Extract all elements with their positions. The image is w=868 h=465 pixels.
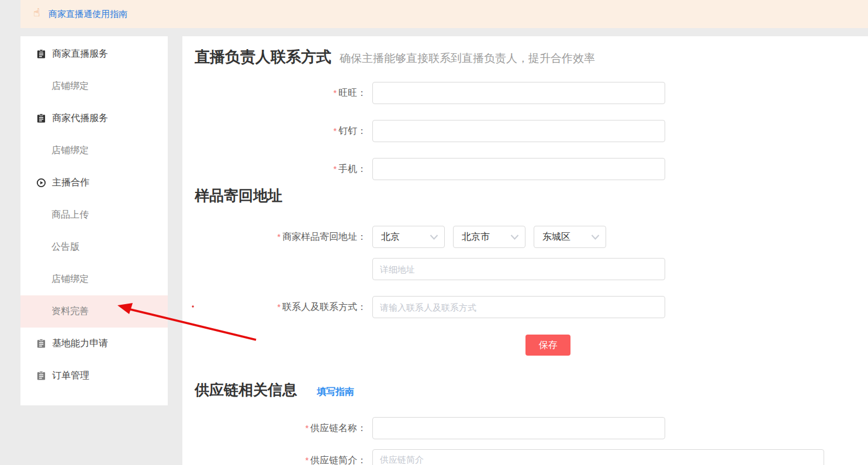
contact-section-subtitle: 确保主播能够直接联系到直播负责人，提升合作效率: [340, 52, 595, 64]
sidebar: 商家直播服务 店铺绑定 商家代播服务 店铺绑定 主播合作 商品上传 公告版 店铺…: [20, 36, 168, 405]
sidebar-item-label: 资料完善: [51, 305, 89, 318]
required-mark: *: [277, 302, 281, 312]
supply-section-title: 供应链相关信息填写指南: [195, 380, 354, 399]
contact-person-label: *联系人及联系方式：: [182, 296, 366, 318]
sidebar-item-label: 订单管理: [52, 370, 89, 382]
province-select[interactable]: 北京: [372, 226, 445, 248]
sidebar-item-shop-binding-3[interactable]: 店铺绑定: [20, 263, 168, 295]
province-value: 北京: [381, 231, 400, 243]
required-mark: *: [305, 455, 309, 465]
banner-guide-link[interactable]: 商家直播通使用指南: [49, 0, 127, 28]
sidebar-item-notice-board[interactable]: 公告版: [20, 231, 168, 263]
sidebar-item-label: 商品上传: [51, 209, 89, 221]
supply-guide-link[interactable]: 填写指南: [317, 387, 354, 397]
main-panel: 直播负责人联系方式确保主播能够直接联系到直播负责人，提升合作效率 *旺旺： *钉…: [182, 36, 868, 465]
city-value: 北京市: [462, 231, 490, 243]
district-select[interactable]: 东城区: [534, 226, 606, 248]
pointer-hand-icon: ☝: [33, 7, 40, 18]
wangwang-label: *旺旺：: [182, 82, 366, 104]
detail-address-row: [182, 258, 868, 280]
district-value: 东城区: [542, 231, 570, 243]
chevron-down-icon: [510, 235, 519, 240]
clipboard-icon: [36, 339, 46, 349]
sidebar-item-order-management[interactable]: 订单管理: [20, 360, 168, 392]
supply-intro-textarea[interactable]: [372, 449, 824, 465]
required-mark: *: [333, 126, 337, 136]
sidebar-item-merchant-live-service[interactable]: 商家直播服务: [20, 38, 168, 70]
chevron-down-icon: [591, 235, 600, 240]
required-mark: *: [305, 423, 309, 433]
sidebar-item-label: 基地能力申请: [52, 337, 108, 350]
sidebar-item-label: 商家直播服务: [52, 48, 108, 60]
sidebar-item-label: 公告版: [51, 241, 79, 253]
contact-section-title: 直播负责人联系方式: [195, 48, 331, 66]
required-mark: *: [333, 88, 337, 98]
region-label: *商家样品寄回地址：: [182, 226, 366, 248]
page: ☝ 商家直播通使用指南 商家直播服务 店铺绑定 商家代播服务 店铺绑定 主播合作…: [0, 0, 868, 465]
dingtalk-row: *钉钉：: [182, 120, 868, 142]
sidebar-item-label: 商家代播服务: [52, 112, 108, 125]
contact-person-input[interactable]: [372, 296, 665, 318]
sidebar-item-base-capability-application[interactable]: 基地能力申请: [20, 328, 168, 360]
clipboard-icon: [36, 113, 46, 123]
wangwang-input[interactable]: [372, 82, 665, 104]
sidebar-item-agent-live-service[interactable]: 商家代播服务: [20, 102, 168, 135]
contact-person-row: *联系人及联系方式：: [182, 296, 868, 318]
clipboard-icon: [36, 49, 46, 59]
sidebar-item-label: 店铺绑定: [51, 80, 89, 92]
mobile-label: *手机：: [182, 158, 366, 180]
sidebar-item-product-upload[interactable]: 商品上传: [20, 199, 168, 231]
supply-name-row: *供应链名称：: [182, 417, 868, 439]
supply-intro-label: *供应链简介：: [182, 449, 366, 465]
wangwang-row: *旺旺：: [182, 82, 868, 104]
clipboard-icon: [36, 371, 46, 381]
sidebar-item-anchor-cooperation[interactable]: 主播合作: [20, 167, 168, 199]
save-button[interactable]: 保存: [525, 335, 570, 356]
region-row: *商家样品寄回地址： 北京 北京市 东城区: [182, 226, 868, 248]
sidebar-item-label: 店铺绑定: [51, 273, 89, 285]
sidebar-item-label: 店铺绑定: [51, 144, 89, 157]
city-select[interactable]: 北京市: [453, 226, 525, 248]
page-title: 直播负责人联系方式确保主播能够直接联系到直播负责人，提升合作效率: [195, 47, 595, 67]
supply-name-label: *供应链名称：: [182, 417, 366, 439]
dingtalk-input[interactable]: [372, 120, 665, 142]
sidebar-item-shop-binding-2[interactable]: 店铺绑定: [20, 135, 168, 167]
mobile-input[interactable]: [372, 158, 665, 180]
required-mark: *: [333, 164, 337, 174]
guide-banner: ☝ 商家直播通使用指南: [20, 0, 868, 28]
chevron-down-icon: [430, 235, 438, 240]
sidebar-item-profile-completion[interactable]: 资料完善: [20, 295, 168, 328]
detail-address-input[interactable]: [372, 258, 665, 280]
video-play-icon: [36, 178, 46, 188]
supply-intro-row: *供应链简介：: [182, 449, 868, 465]
mobile-row: *手机：: [182, 158, 868, 180]
supply-name-input[interactable]: [372, 417, 665, 439]
sidebar-item-label: 主播合作: [52, 177, 89, 189]
sidebar-item-shop-binding-1[interactable]: 店铺绑定: [20, 70, 168, 102]
required-mark: *: [277, 232, 281, 242]
address-section-title: 样品寄回地址: [195, 186, 282, 205]
dingtalk-label: *钉钉：: [182, 120, 366, 142]
